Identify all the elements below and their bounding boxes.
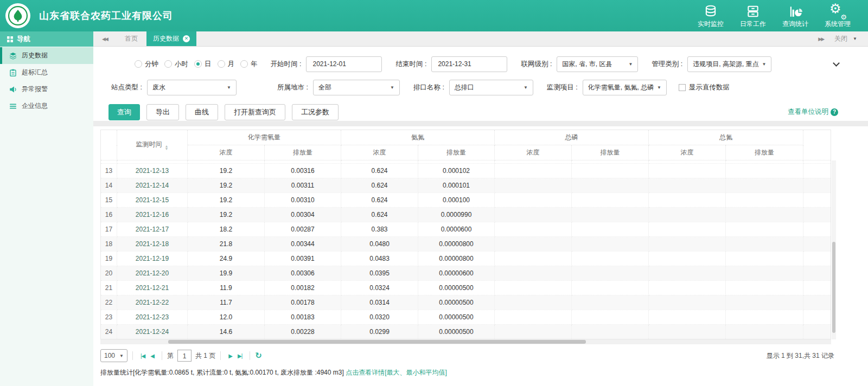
tabs-scroll-left-icon[interactable]: ◀◀ — [93, 31, 116, 46]
cell-value — [572, 310, 649, 325]
start-time-input[interactable]: 2021-12-01 — [306, 56, 382, 72]
station-type-select[interactable]: 废水 ▼ — [147, 80, 237, 95]
table-row[interactable]: 212021-12-2111.90.001820.03240.00000500 — [101, 281, 831, 295]
tab-home[interactable]: 首页 — [116, 31, 146, 46]
refresh-icon[interactable]: ↻ — [255, 351, 262, 361]
prev-page-icon[interactable]: ◀ — [150, 353, 154, 359]
city-select[interactable]: 全部 ▼ — [313, 80, 400, 95]
page-number-input[interactable]: 1 — [177, 350, 192, 362]
network-level-select[interactable]: 国家, 省, 市, 区县 ▼ — [557, 56, 638, 72]
period-radio-day[interactable]: 日 — [194, 60, 212, 69]
cell-value — [649, 295, 726, 310]
company-logo — [5, 3, 30, 28]
cell-monitor-time: 2021-12-22 — [117, 295, 188, 310]
cell-value — [726, 193, 803, 208]
cell-spacer — [803, 208, 831, 222]
list-icon — [9, 102, 17, 110]
cell-value: 21.8 — [188, 237, 265, 252]
header-monitor-time[interactable]: 监测时间▲▼ — [117, 130, 188, 160]
period-radio-month[interactable]: 月 — [218, 60, 235, 69]
layers-icon — [9, 52, 17, 60]
horizontal-scrollbar-thumb[interactable] — [168, 340, 586, 344]
manage-type-select[interactable]: 违规项目, 高架源, 重点排污 ▼ — [687, 56, 771, 72]
network-level-label: 联网级别 : — [521, 60, 552, 69]
tab-bar: ◀◀ 首页 历史数据 ✕ ▶▶ 关闭 ▼ — [93, 31, 868, 47]
cell-value: 0.000102 — [418, 164, 495, 178]
table-panel: 监测时间▲▼ 化学需氧量 氨氮 总磷 总氮 浓度 排放量 浓度 — [93, 126, 868, 377]
nav-realtime-monitor[interactable]: 实时监控 — [697, 3, 725, 29]
vertical-scrollbar[interactable] — [832, 160, 836, 339]
export-button[interactable]: 导出 — [146, 104, 179, 120]
period-radio-minute[interactable]: 分钟 — [135, 60, 158, 69]
horizontal-scrollbar[interactable] — [100, 339, 831, 344]
table-row[interactable]: 192021-12-1924.90.003910.04830.00000800 — [101, 252, 831, 266]
tab-bar-right: ▶▶ 关闭 ▼ — [818, 31, 868, 46]
summary-detail-link[interactable]: 点击查看详情[最大、最小和平均值] — [346, 369, 447, 376]
period-radio-hour[interactable]: 小时 — [164, 60, 188, 69]
outlet-select[interactable]: 总排口 ▼ — [449, 80, 533, 95]
nav-query-stats[interactable]: 查询统计 — [781, 3, 809, 29]
nav-daily-work[interactable]: 日常工作 — [739, 3, 767, 29]
monitor-items-select[interactable]: 化学需氧量, 氨氮, 总磷, 总 ▼ — [583, 80, 667, 95]
table-row[interactable]: 222021-12-2211.70.001780.03140.00000500 — [101, 295, 831, 310]
cell-spacer — [803, 325, 831, 339]
cell-value — [726, 164, 803, 178]
table-row[interactable]: 162021-12-1619.20.003040.6240.0000990 — [101, 208, 831, 222]
table-row[interactable]: 242021-12-2414.60.002280.02990.00000500 — [101, 325, 831, 339]
cell-value — [726, 222, 803, 237]
cell-value: 0.00000800 — [418, 237, 495, 252]
vertical-scrollbar-thumb[interactable] — [832, 242, 835, 333]
first-page-icon[interactable]: |◀ — [141, 353, 145, 359]
table-row[interactable]: 232021-12-2312.00.001830.03200.00000500 — [101, 310, 831, 325]
cell-rownum: 19 — [101, 252, 117, 266]
end-time-input[interactable]: 2021-12-31 — [431, 56, 507, 72]
cell-value: 0.0324 — [341, 281, 418, 295]
page-prefix: 第 — [167, 351, 174, 361]
tab-history-data[interactable]: 历史数据 ✕ — [146, 31, 196, 46]
page-size-select[interactable]: 100 ▼ — [100, 349, 127, 362]
top-nav: 实时监控 日常工作 — [697, 3, 852, 29]
caret-down-icon: ▼ — [119, 353, 124, 358]
tabs-close-menu[interactable]: 关闭 ▼ — [834, 34, 857, 43]
cell-value — [726, 237, 803, 252]
end-time-label: 结束时间 : — [395, 60, 426, 69]
direct-data-checkbox[interactable]: 显示直传数据 — [679, 83, 730, 92]
cell-value — [572, 178, 649, 193]
panel-separator — [93, 121, 868, 126]
period-radio-year[interactable]: 年 — [240, 60, 258, 69]
table-row[interactable]: 132021-12-1319.20.003160.6240.000102 — [101, 164, 831, 178]
cell-value — [726, 310, 803, 325]
tab-label: 历史数据 — [153, 34, 179, 43]
caret-down-icon: ▼ — [628, 62, 633, 67]
select-value: 国家, 省, 市, 区县 — [562, 60, 612, 69]
curve-button[interactable]: 曲线 — [186, 104, 218, 120]
query-button[interactable]: 查询 — [108, 104, 140, 120]
table-row[interactable]: 172021-12-1718.20.002870.3830.0000600 — [101, 222, 831, 237]
header-label: 监测时间 — [136, 140, 162, 148]
next-page-icon[interactable]: ▶ — [228, 353, 232, 359]
header-sub: 浓度 — [649, 145, 726, 160]
sidebar-item-history-data[interactable]: 历史数据 — [0, 47, 93, 64]
sidebar-item-exceed-summary[interactable]: 超标汇总 — [0, 64, 93, 81]
table-row[interactable]: 202021-12-2019.90.003060.03950.00000600 — [101, 266, 831, 281]
unit-description-link[interactable]: 查看单位说明 ? — [788, 107, 838, 117]
table-row[interactable]: 142021-12-1419.20.003110.6240.000101 — [101, 178, 831, 193]
table-row[interactable]: 152021-12-1519.20.003100.6240.000100 — [101, 193, 831, 208]
cell-value — [726, 325, 803, 339]
open-new-query-button[interactable]: 打开新查询页 — [225, 104, 285, 120]
cell-rownum: 22 — [101, 295, 117, 310]
sort-icon[interactable]: ▲▼ — [165, 145, 169, 150]
cell-rownum: 13 — [101, 164, 117, 178]
sidebar-item-abnormal-alarm[interactable]: 异常报警 — [0, 81, 93, 98]
cell-value — [495, 281, 572, 295]
tabs-scroll-right-icon[interactable]: ▶▶ — [818, 36, 824, 42]
cell-monitor-time: 2021-12-24 — [117, 325, 188, 339]
sidebar-item-company-info[interactable]: 企业信息 — [0, 98, 93, 114]
table-row[interactable]: 182021-12-1821.80.003440.04800.00000800 — [101, 237, 831, 252]
tab-close-icon[interactable]: ✕ — [183, 35, 190, 42]
cell-value — [495, 208, 572, 222]
nav-system-admin[interactable]: ⚙⚙ 系统管理 — [824, 3, 852, 29]
data-table: 监测时间▲▼ 化学需氧量 氨氮 总磷 总氮 浓度 排放量 浓度 — [100, 130, 831, 339]
last-page-icon[interactable]: ▶| — [238, 353, 242, 359]
condition-params-button[interactable]: 工况参数 — [292, 104, 339, 120]
